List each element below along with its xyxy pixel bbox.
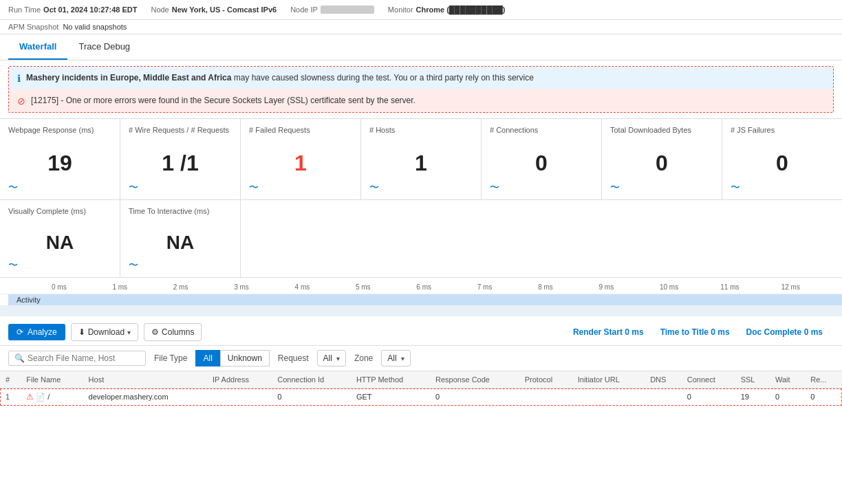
- ruler-tick-7: 7 ms: [477, 283, 538, 291]
- col-ssl: SSL: [735, 371, 770, 388]
- col-host: Host: [83, 371, 207, 388]
- col-rest: Re...: [805, 371, 842, 388]
- cell-file-name: ⚠ 📄 /: [21, 388, 83, 406]
- metric-label: # Connections: [490, 126, 593, 145]
- alert-incident-region: incidents in Europe, Middle East and Afr…: [62, 73, 231, 83]
- file-type-label: File Type: [154, 353, 187, 363]
- file-name-value: /: [47, 393, 50, 401]
- col-wait: Wait: [770, 371, 805, 388]
- apm-value: No valid snapshots: [63, 23, 127, 31]
- metric-value: 0: [731, 151, 834, 176]
- analyze-button[interactable]: ⟳ Analyze: [8, 324, 65, 340]
- file-icon: 📄: [36, 393, 45, 401]
- monitor-value: Chrome (██████████): [416, 6, 506, 14]
- error-icon: ⚠: [26, 392, 34, 402]
- ruler-tick-2: 2 ms: [173, 283, 234, 291]
- metric-card2-0: Visually Complete (ms) NA 〜: [0, 200, 120, 277]
- metric-value: 0: [490, 151, 593, 176]
- metric-value: 1: [369, 151, 473, 176]
- trend-icon2: 〜: [8, 259, 18, 270]
- table-row[interactable]: 1 ⚠ 📄 / developer.mashery.com 0 GET 0 0 …: [0, 388, 842, 406]
- table-header: # File Name Host IP Address Connection I…: [0, 371, 842, 388]
- search-icon: 🔍: [14, 353, 25, 363]
- trend-icon: 〜: [731, 182, 740, 193]
- run-time: Run Time Oct 01, 2024 10:27:48 EDT: [8, 6, 137, 14]
- cell-initiator: [572, 388, 645, 406]
- ruler-tick-6: 6 ms: [416, 283, 477, 291]
- col-method: HTTP Method: [351, 371, 430, 388]
- col-dns: DNS: [645, 371, 682, 388]
- col-ip: IP Address: [207, 371, 272, 388]
- node-ip-label: Node IP: [290, 6, 318, 14]
- toolbar: ⟳ Analyze ⬇ Download ▾ ⚙ Columns Render …: [0, 319, 842, 346]
- trend-icon: 〜: [369, 182, 379, 193]
- metric-label: # JS Failures: [731, 126, 834, 145]
- metric-label2: Visually Complete (ms): [8, 207, 111, 226]
- ruler-tick-12: 12 ms: [781, 283, 842, 291]
- ruler-tick-9: 9 ms: [599, 283, 660, 291]
- search-wrap[interactable]: 🔍: [8, 351, 146, 366]
- timeline-ruler: 0 ms1 ms2 ms3 ms4 ms5 ms6 ms7 ms8 ms9 ms…: [0, 281, 842, 294]
- request-select[interactable]: All ▾: [317, 350, 346, 366]
- download-button[interactable]: ⬇ Download ▾: [71, 323, 138, 341]
- col-connect: Connect: [682, 371, 735, 388]
- download-chevron-icon: ▾: [127, 329, 131, 336]
- filter-row: 🔍 File Type All Unknown Request All ▾ Zo…: [0, 346, 842, 371]
- cell-rest: 0: [805, 388, 842, 406]
- columns-label: Columns: [162, 327, 194, 337]
- metric-card-3: # Hosts 1 〜: [361, 119, 482, 199]
- filter-all-button[interactable]: All: [195, 350, 219, 366]
- alert-info-after: may have caused slowness during the test…: [234, 73, 534, 83]
- filter-unknown-button[interactable]: Unknown: [220, 350, 270, 366]
- cell-conn-id: 0: [272, 388, 351, 406]
- columns-button[interactable]: ⚙ Columns: [144, 323, 202, 341]
- time-to-title-stat: Time to Title 0 ms: [660, 327, 730, 337]
- timeline-section: 0 ms1 ms2 ms3 ms4 ms5 ms6 ms7 ms8 ms9 ms…: [0, 278, 842, 319]
- download-icon: ⬇: [78, 327, 85, 337]
- alert-error: ⊘ [12175] - One or more errors were foun…: [9, 89, 833, 112]
- metric-value: 0: [610, 151, 713, 176]
- metrics-row: Webpage Response (ms) 19 〜 # Wire Reques…: [0, 118, 842, 200]
- tab-trace-debug[interactable]: Trace Debug: [67, 34, 141, 60]
- zone-label: Zone: [354, 353, 373, 363]
- ruler-tick-10: 10 ms: [660, 283, 720, 291]
- alert-info: ℹ Mashery incidents in Europe, Middle Ea…: [9, 67, 833, 89]
- node-value: New York, US - Comcast IPv6: [172, 6, 277, 14]
- alert-error-text: [12175] - One or more errors were found …: [31, 95, 415, 107]
- monitor-label: Monitor: [388, 6, 413, 14]
- cell-method: GET: [351, 388, 430, 406]
- cell-resp-code: 0: [430, 388, 519, 406]
- metric-card-2: # Failed Requests 1 〜: [241, 119, 361, 199]
- cell-ssl: 19: [735, 388, 770, 406]
- trend-icon: 〜: [249, 182, 259, 193]
- col-conn-id: Connection Id: [272, 371, 351, 388]
- ruler-tick-4: 4 ms: [295, 283, 356, 291]
- ruler-tick-11: 11 ms: [720, 283, 781, 291]
- cell-num: 1: [0, 388, 21, 406]
- metric-card-1: # Wire Requests / # Requests 1 /1 〜: [120, 119, 241, 199]
- node: Node New York, US - Comcast IPv6: [151, 6, 277, 14]
- cell-host: developer.mashery.com: [83, 388, 207, 406]
- zone-select[interactable]: All ▾: [381, 350, 410, 366]
- error-circle-icon: ⊘: [17, 96, 25, 107]
- analyze-icon: ⟳: [17, 327, 23, 337]
- metrics-row2: Visually Complete (ms) NA 〜 Time To Inte…: [0, 200, 842, 278]
- col-protocol: Protocol: [519, 371, 572, 388]
- cell-connect: 0: [682, 388, 735, 406]
- table-section: # File Name Host IP Address Connection I…: [0, 371, 842, 406]
- trend-icon: 〜: [490, 182, 499, 193]
- request-chevron-icon: ▾: [336, 355, 340, 362]
- metric-card2-1: Time To Interactive (ms) NA 〜: [120, 200, 241, 277]
- search-input[interactable]: [28, 353, 140, 363]
- tab-waterfall[interactable]: Waterfall: [8, 34, 67, 60]
- trend-icon: 〜: [129, 182, 138, 193]
- top-bar: Run Time Oct 01, 2024 10:27:48 EDT Node …: [0, 0, 842, 34]
- node-ip: Node IP ██████████: [290, 6, 374, 14]
- zone-value: All: [387, 353, 396, 363]
- zone-chevron-icon: ▾: [401, 355, 404, 362]
- ruler-tick-1: 1 ms: [112, 283, 173, 291]
- request-value: All: [323, 353, 332, 363]
- metric-value: 19: [8, 151, 111, 176]
- node-label: Node: [151, 6, 169, 14]
- activity-label: Activity: [8, 294, 842, 305]
